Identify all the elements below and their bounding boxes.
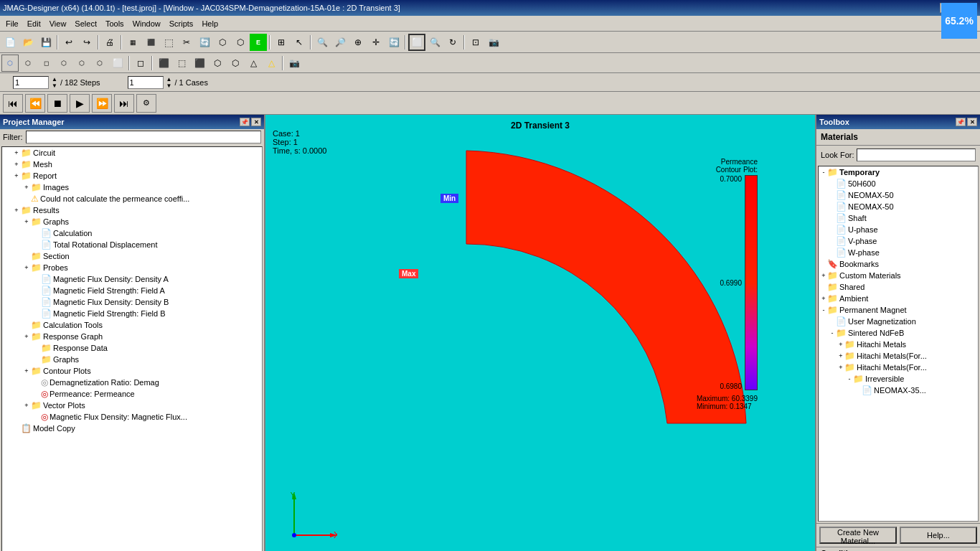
tb-tree-item[interactable]: +📁Hitachi Metals [819, 339, 978, 350]
3d-btn5[interactable]: ⬡ [73, 55, 90, 72]
tree-item[interactable]: 📁Response Data [2, 342, 262, 354]
tb-tree-item[interactable]: +📁Hitachi Metals(For... [819, 350, 978, 362]
tree-item[interactable]: 📄Calculation [2, 227, 262, 239]
3d-btn10[interactable]: ⬚ [173, 55, 190, 72]
tb-tree-item[interactable]: +📁Hitachi Metals(For... [819, 362, 978, 373]
tb-tree-item[interactable]: 📄V-phase [819, 235, 978, 247]
tree-item[interactable]: +📁Circuit [2, 147, 262, 159]
tb-tree-item[interactable]: +📁Custom Materials [819, 270, 978, 281]
tree-item[interactable]: +📁Contour Plots [2, 365, 262, 377]
3d-btn13[interactable]: ⬡ [227, 55, 244, 72]
tree-item[interactable]: 📋Model Copy [2, 423, 262, 434]
pm-close-button[interactable]: ✕ [251, 118, 261, 126]
3d-btn2[interactable]: ⬡ [19, 55, 37, 72]
tool6[interactable]: ⬡ [214, 34, 231, 51]
tree-item[interactable]: +📁Probes [2, 262, 262, 273]
3d-btn3[interactable]: ◻ [37, 55, 55, 72]
case-input[interactable] [128, 76, 164, 89]
tb-tree-item[interactable]: -📁Irreversible [819, 373, 978, 385]
tool4[interactable]: ✂ [178, 34, 195, 51]
menu-scripts[interactable]: Scripts [165, 18, 198, 29]
settings-button[interactable]: ⚙ [136, 94, 156, 113]
3d-btn1[interactable]: ⬡ [1, 55, 19, 72]
tree-item[interactable]: +📁Results [2, 204, 262, 216]
3d-btn16[interactable]: 📷 [286, 55, 303, 72]
tree-item[interactable]: +📁Report [2, 170, 262, 182]
tree-item[interactable]: 📄Magnetic Flux Density: Density A [2, 273, 262, 285]
tool13[interactable]: 📷 [485, 34, 502, 51]
3d-btn4[interactable]: ⬡ [55, 55, 72, 72]
play-button[interactable]: ▶ [70, 94, 90, 113]
pm-filter-input[interactable] [26, 131, 262, 143]
menu-help[interactable]: Help [197, 18, 222, 29]
menu-window[interactable]: Window [128, 18, 165, 29]
tb-pin-button[interactable]: 📌 [956, 118, 966, 126]
step-input[interactable] [13, 76, 49, 89]
tree-item[interactable]: +📁Mesh [2, 159, 262, 170]
tb-close-button[interactable]: ✕ [967, 118, 977, 126]
3d-btn6[interactable]: ⬡ [91, 55, 108, 72]
tree-item[interactable]: +📁Graphs [2, 216, 262, 227]
menu-edit[interactable]: Edit [23, 18, 45, 29]
case-down[interactable]: ▼ [166, 83, 172, 89]
menu-select[interactable]: Select [70, 18, 101, 29]
tb-tree-item[interactable]: 📄50H600 [819, 178, 978, 189]
stop-button[interactable]: ⏹ [47, 94, 67, 113]
help-button[interactable]: Help... [900, 527, 977, 544]
tree-item[interactable]: +📁Images [2, 182, 262, 193]
tool11[interactable]: ↻ [444, 34, 461, 51]
new-button[interactable]: 📄 [1, 34, 19, 51]
tree-item[interactable]: 📁Calculation Tools [2, 319, 262, 331]
tree-item[interactable]: 📄Total Rotational Displacement [2, 239, 262, 250]
tool10[interactable]: ↖ [291, 34, 308, 51]
tb-tree-item[interactable]: 📁Shared [819, 281, 978, 293]
tb-tree-item[interactable]: +📁Ambient [819, 293, 978, 304]
tb-tree-item[interactable]: 📄Shaft [819, 212, 978, 224]
menu-file[interactable]: File [1, 18, 23, 29]
zoom-window[interactable]: 🔍 [426, 34, 443, 51]
rotate-button[interactable]: 🔄 [385, 34, 402, 51]
tree-item[interactable]: +📁Vector Plots [2, 400, 262, 411]
tb-tree-item[interactable]: 📄NEOMAX-50 [819, 189, 978, 201]
zoom-out-button[interactable]: 🔎 [331, 34, 349, 51]
tree-item[interactable]: ◎Demagnetization Ratio: Demag [2, 377, 262, 388]
tree-item[interactable]: ⚠Could not calculate the permeance coeff… [2, 193, 262, 204]
look-for-input[interactable] [857, 149, 976, 161]
3d-btn9[interactable]: ⬛ [155, 55, 172, 72]
tb-tree-item[interactable]: 🔖Bookmarks [819, 258, 978, 270]
tool8[interactable]: E [250, 34, 267, 51]
tree-item[interactable]: +📁Response Graph [2, 331, 262, 342]
tool2[interactable]: ⬛ [142, 34, 159, 51]
menu-view[interactable]: View [45, 18, 71, 29]
open-button[interactable]: 📂 [19, 34, 37, 51]
tb-tree-item[interactable]: -📁Permanent Magnet [819, 304, 978, 316]
tool3[interactable]: ⬚ [160, 34, 177, 51]
tool12[interactable]: ⊡ [467, 34, 484, 51]
tree-item[interactable]: 📁Section [2, 250, 262, 262]
pan-button[interactable]: ✛ [367, 34, 385, 51]
tb-tree-item[interactable]: 📄NEOMAX-35... [819, 385, 978, 396]
step-down[interactable]: ▼ [52, 83, 57, 89]
save-button[interactable]: 💾 [37, 34, 55, 51]
print-button[interactable]: 🖨 [101, 34, 118, 51]
next-frame-button[interactable]: ⏩ [92, 94, 112, 113]
3d-btn7[interactable]: ⬜ [109, 55, 126, 72]
tree-item[interactable]: 📄Magnetic Field Strength: Field A [2, 285, 262, 296]
canvas-area[interactable]: 2D Transient 3 Case: 1 Step: 1 Time, s: … [265, 115, 815, 551]
zoom-fit[interactable]: ⊕ [349, 34, 367, 51]
tb-tree-item[interactable]: -📁Temporary [819, 166, 978, 178]
3d-btn15[interactable]: △ [263, 55, 280, 72]
tb-tree-item[interactable]: 📄W-phase [819, 247, 978, 258]
tree-item[interactable]: 📄Magnetic Field Strength: Field B [2, 308, 262, 319]
tb-tree-item[interactable]: 📄NEOMAX-50 [819, 201, 978, 212]
menu-tools[interactable]: Tools [101, 18, 128, 29]
zoom-in-button[interactable]: 🔍 [314, 34, 331, 51]
tool5[interactable]: 🔄 [196, 34, 213, 51]
create-material-button[interactable]: Create New Material... [819, 527, 897, 544]
tool9[interactable]: ⊞ [273, 34, 290, 51]
select-rect[interactable]: ⬜ [408, 34, 425, 51]
first-frame-button[interactable]: ⏮ [3, 94, 23, 113]
tb-tree-item[interactable]: 📄User Magnetization [819, 316, 978, 327]
tree-item[interactable]: ◎Permeance: Permeance [2, 388, 262, 400]
tree-item[interactable]: 📄Magnetic Flux Density: Density B [2, 296, 262, 308]
